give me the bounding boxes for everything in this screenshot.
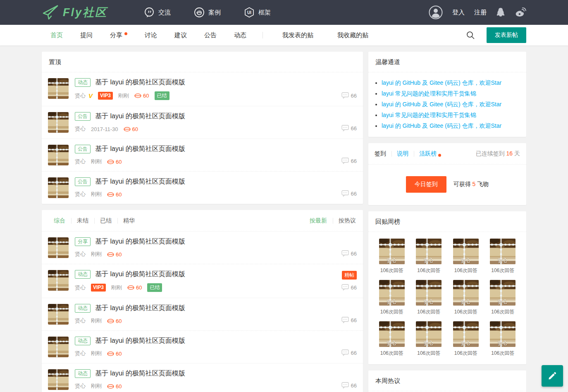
quick-post-fab[interactable]: [542, 365, 563, 387]
post-author-name[interactable]: 贤心: [75, 317, 86, 325]
sort-tab[interactable]: 按最新: [304, 217, 333, 225]
weekly-user-avatar[interactable]: 贤心: [453, 280, 479, 306]
post-author-name[interactable]: 贤心: [75, 92, 86, 100]
weekly-rank-user[interactable]: 贤心 106次回答: [373, 321, 410, 357]
header-nav-anli[interactable]: 案例: [194, 7, 221, 18]
post-author-avatar[interactable]: [48, 337, 69, 357]
post-author-name[interactable]: 贤心: [75, 251, 86, 258]
weekly-user-avatar[interactable]: 贤心: [416, 239, 442, 264]
subnav-tab-2[interactable]: 提问: [72, 25, 101, 45]
post-title-link[interactable]: 基于 layui 的极简社区页面模版: [95, 237, 185, 246]
signin-active-rank-link[interactable]: 活跃榜: [414, 150, 443, 158]
post-author-name[interactable]: 贤心: [75, 350, 86, 357]
register-link[interactable]: 注册: [474, 9, 487, 17]
post-author-avatar[interactable]: [48, 177, 69, 198]
weekly-user-avatar[interactable]: 贤心: [490, 321, 515, 347]
comment-count[interactable]: 66: [341, 158, 357, 164]
filter-tab[interactable]: 综合: [48, 217, 71, 225]
post-title-link[interactable]: 基于 layui 的极简社区页面模版: [95, 337, 185, 345]
weekly-rank-user[interactable]: 贤心 106次回答: [484, 239, 522, 274]
subnav-tab-5[interactable]: 建议: [166, 25, 196, 45]
header-nav-jiaoliu[interactable]: 交流: [144, 7, 171, 18]
post-title-link[interactable]: 基于 layui 的极简社区页面模版: [95, 304, 185, 313]
search-button[interactable]: [466, 31, 475, 40]
post-category-badge[interactable]: 公告: [75, 112, 91, 121]
post-title-link[interactable]: 基于 layui 的极简社区页面模版: [95, 112, 185, 121]
post-author-name[interactable]: 贤心: [75, 382, 86, 390]
weekly-user-avatar[interactable]: 贤心: [379, 280, 405, 306]
post-author-avatar[interactable]: [48, 270, 69, 291]
weekly-rank-user[interactable]: 贤心 106次回答: [484, 280, 522, 316]
subnav-user-tab-2[interactable]: 我收藏的贴: [325, 25, 380, 45]
filter-tab[interactable]: 精华: [117, 217, 141, 225]
post-author-avatar[interactable]: [48, 237, 69, 258]
comment-count[interactable]: 66: [341, 92, 357, 99]
post-author-avatar[interactable]: [48, 304, 69, 325]
weekly-user-avatar[interactable]: 贤心: [416, 321, 442, 347]
weekly-rank-user[interactable]: 贤心 106次回答: [484, 321, 522, 357]
post-title-link[interactable]: 基于 layui 的极简社区页面模版: [95, 369, 185, 378]
post-category-badge[interactable]: 动态: [75, 369, 91, 378]
post-category-badge[interactable]: 动态: [75, 337, 91, 345]
comment-count[interactable]: 66: [341, 317, 357, 323]
post-author-name[interactable]: 贤心: [75, 125, 86, 133]
weekly-rank-user[interactable]: 贤心 106次回答: [373, 239, 410, 274]
notice-link[interactable]: layui 的 GitHub 及 Gitee (码云) 仓库，欢迎Star: [382, 101, 501, 108]
post-title-link[interactable]: 基于 layui 的极简社区页面模版: [95, 177, 185, 186]
post-category-badge[interactable]: 动态: [75, 78, 91, 87]
weekly-rank-user[interactable]: 贤心 106次回答: [373, 280, 410, 316]
notice-link[interactable]: layui 的 GitHub 及 Gitee (码云) 仓库，欢迎Star: [382, 79, 501, 86]
post-category-badge[interactable]: 动态: [75, 304, 91, 313]
login-link[interactable]: 登入: [452, 9, 465, 17]
weekly-user-avatar[interactable]: 贤心: [416, 280, 442, 306]
weibo-login-button[interactable]: [515, 7, 526, 17]
post-author-avatar[interactable]: [48, 112, 69, 133]
weekly-user-avatar[interactable]: 贤心: [490, 280, 515, 306]
signin-help-link[interactable]: 说明: [391, 150, 414, 158]
post-author-name[interactable]: 贤心: [75, 191, 86, 198]
sort-tab[interactable]: 按热议: [333, 217, 357, 225]
subnav-tab-6[interactable]: 公告: [196, 25, 225, 45]
comment-count[interactable]: 66: [341, 125, 357, 131]
notice-link[interactable]: layui 常见问题的处理和实用干货集锦: [382, 90, 476, 97]
post-category-badge[interactable]: 公告: [75, 145, 91, 153]
user-avatar-button[interactable]: [429, 5, 443, 19]
comment-count[interactable]: 66: [341, 250, 357, 257]
weekly-rank-user[interactable]: 贤心 106次回答: [410, 239, 448, 274]
post-category-badge[interactable]: 动态: [75, 270, 91, 279]
post-author-avatar[interactable]: [48, 369, 69, 390]
new-post-button[interactable]: 发表新帖: [487, 27, 526, 43]
subnav-user-tab-1[interactable]: 我发表的贴: [270, 25, 325, 45]
weekly-rank-user[interactable]: 贤心 106次回答: [447, 280, 484, 316]
comment-count[interactable]: 66: [341, 382, 357, 389]
post-author-name[interactable]: 贤心: [75, 158, 86, 165]
weekly-rank-user[interactable]: 贤心 106次回答: [410, 321, 448, 357]
post-author-avatar[interactable]: [48, 145, 69, 165]
header-nav-kuangjia[interactable]: UI 框架: [244, 7, 271, 18]
site-logo[interactable]: Fly社区: [42, 4, 107, 21]
comment-count[interactable]: 66: [341, 284, 357, 291]
filter-tab[interactable]: 未结: [71, 217, 94, 225]
comment-count[interactable]: 66: [341, 349, 357, 356]
weekly-user-avatar[interactable]: 贤心: [453, 239, 479, 264]
weekly-rank-user[interactable]: 贤心 106次回答: [447, 239, 484, 274]
weekly-rank-user[interactable]: 贤心 106次回答: [410, 280, 448, 316]
post-author-avatar[interactable]: [48, 78, 69, 99]
post-category-badge[interactable]: 分享: [75, 237, 91, 246]
subnav-tab-3[interactable]: 分享: [101, 25, 136, 45]
subnav-tab-1[interactable]: 首页: [42, 25, 72, 45]
filter-tab[interactable]: 已结: [94, 217, 117, 225]
post-title-link[interactable]: 基于 layui 的极简社区页面模版: [95, 78, 185, 87]
subnav-tab-4[interactable]: 讨论: [136, 25, 166, 45]
comment-count[interactable]: 66: [341, 190, 357, 197]
post-category-badge[interactable]: 公告: [75, 177, 91, 186]
post-title-link[interactable]: 基于 layui 的极简社区页面模版: [95, 145, 185, 153]
weekly-rank-user[interactable]: 贤心 106次回答: [447, 321, 484, 357]
weekly-user-avatar[interactable]: 贤心: [490, 239, 515, 264]
qq-login-button[interactable]: [496, 7, 505, 17]
post-title-link[interactable]: 基于 layui 的极简社区页面模版: [95, 270, 185, 279]
post-author-name[interactable]: 贤心: [75, 284, 86, 292]
notice-link[interactable]: layui 的 GitHub 及 Gitee (码云) 仓库，欢迎Star: [382, 122, 501, 129]
weekly-user-avatar[interactable]: 贤心: [453, 321, 479, 347]
notice-link[interactable]: layui 常见问题的处理和实用干货集锦: [382, 112, 476, 118]
